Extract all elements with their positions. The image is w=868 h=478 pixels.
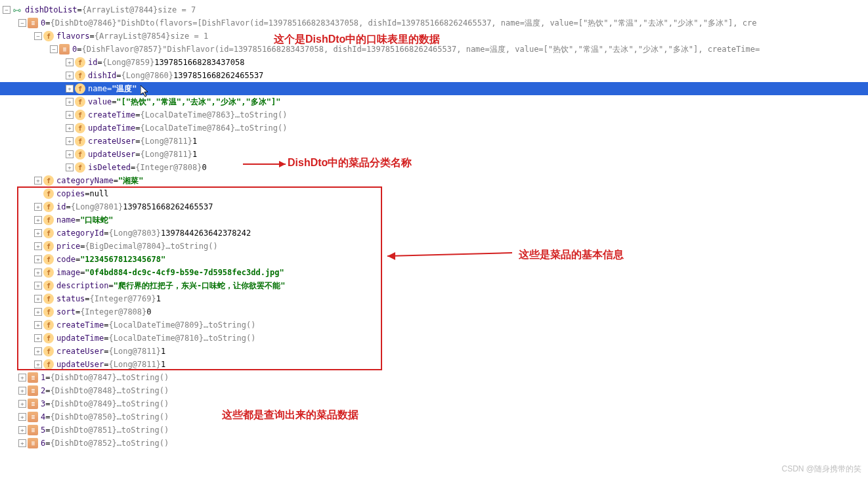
expand-toggle[interactable]: + <box>34 347 42 355</box>
tree-row[interactable]: + f updateTime = {LocalDateTime@7810} … … <box>0 332 868 345</box>
list-item-icon: ≡ <box>28 18 38 28</box>
field-icon: f <box>43 188 54 199</box>
tree-row[interactable]: + f categoryId = {Long@7803} 13978442636… <box>0 227 868 240</box>
field-icon: f <box>43 175 54 186</box>
tree-row[interactable]: + f updateTime = {LocalDateTime@7864} … … <box>0 121 868 135</box>
annotation-dish-data: 这些都是查询出来的菜品数据 <box>222 408 358 422</box>
field-icon: f <box>43 333 54 343</box>
expand-toggle[interactable]: + <box>34 321 42 329</box>
list-item-icon: ≡ <box>28 425 38 435</box>
tree-row[interactable]: + f description = "爬行界的扛把子，东兴-口味蛇，让你欲罢不能… <box>0 279 868 292</box>
collapse-toggle[interactable]: − <box>3 6 11 14</box>
tree-row[interactable]: + f status = {Integer@7769} 1 <box>0 292 868 305</box>
expand-toggle[interactable]: + <box>18 374 26 381</box>
tree-row[interactable]: + ≡ 5 = {DishDto@7851} … toString() <box>0 424 868 437</box>
tree-row[interactable]: + f value = "["热饮","常温","去冰","少冰","多冰"]" <box>0 95 868 108</box>
expand-toggle[interactable]: + <box>66 163 74 171</box>
tree-row[interactable]: + ≡ 3 = {DishDto@7849} … toString() <box>0 397 868 410</box>
collapse-toggle[interactable]: − <box>50 45 58 53</box>
field-icon: f <box>43 280 54 291</box>
field-icon: f <box>75 162 85 173</box>
expand-toggle[interactable]: + <box>18 387 26 395</box>
tree-row[interactable]: + f id = {Long@7859} 1397851668283437058 <box>0 56 868 69</box>
tree-row[interactable]: + f createTime = {LocalDateTime@7863} … … <box>0 108 868 121</box>
expand-toggle[interactable]: + <box>34 216 42 224</box>
field-icon: f <box>43 346 54 357</box>
tree-row[interactable]: + f isDeleted = {Integer@7808} 0 <box>0 161 868 174</box>
expand-toggle[interactable]: + <box>66 150 74 158</box>
list-item-icon: ≡ <box>59 44 70 54</box>
expand-toggle[interactable]: + <box>66 124 74 132</box>
expand-toggle[interactable]: + <box>66 72 74 79</box>
field-icon: f <box>75 83 85 94</box>
annotation-flavor: 这个是DishDto中的口味表里的数据 <box>274 33 440 47</box>
annotation-category: DishDto中的菜品分类名称 <box>288 156 412 170</box>
field-icon: f <box>43 320 54 330</box>
field-icon: f <box>43 215 54 225</box>
tree-row[interactable]: + f createUser = {Long@7811} 1 <box>0 135 868 148</box>
expand-toggle[interactable]: + <box>18 413 26 421</box>
expand-toggle[interactable]: + <box>66 85 74 93</box>
tree-row[interactable]: − dishDtoList = {ArrayList@7844} size = … <box>0 3 868 16</box>
tree-row[interactable]: + f sort = {Integer@7808} 0 <box>0 305 868 318</box>
field-icon: f <box>43 241 54 251</box>
field-icon: f <box>75 149 85 160</box>
expand-toggle[interactable]: + <box>34 229 42 237</box>
expand-toggle[interactable]: + <box>66 111 74 119</box>
expand-toggle[interactable]: + <box>34 177 42 185</box>
tree-row[interactable]: + ≡ 6 = {DishDto@7852} … toString() <box>0 437 868 450</box>
field-icon: f <box>43 31 54 41</box>
tree-row[interactable]: − ≡ 0 = {DishDto@7846} "DishDto(flavors=… <box>0 16 868 30</box>
tree-row[interactable]: + ≡ 2 = {DishDto@7848} … toString() <box>0 384 868 397</box>
tree-row[interactable]: + f updateUser = {Long@7811} 1 <box>0 358 868 371</box>
field-icon: f <box>75 110 85 120</box>
tree-row[interactable]: + f updateUser = {Long@7811} 1 <box>0 148 868 161</box>
tree-row[interactable]: + f id = {Long@7801} 1397851668262465537 <box>0 200 868 213</box>
field-icon: f <box>43 254 54 265</box>
var-name: dishDtoList <box>25 5 77 14</box>
field-icon: f <box>75 57 85 68</box>
expand-toggle[interactable]: + <box>34 269 42 276</box>
field-icon: f <box>43 293 54 304</box>
expand-toggle[interactable]: + <box>18 400 26 408</box>
field-icon: f <box>43 202 54 212</box>
glasses-icon <box>12 5 22 15</box>
expand-toggle[interactable]: + <box>34 255 42 263</box>
field-icon: f <box>43 307 54 317</box>
expand-toggle[interactable]: + <box>34 282 42 290</box>
list-item-icon: ≡ <box>28 385 38 396</box>
tree-row[interactable]: + f createUser = {Long@7811} 1 <box>0 345 868 358</box>
annotation-basic-info: 这些是菜品的基本信息 <box>519 248 624 262</box>
expand-toggle[interactable]: + <box>66 137 74 145</box>
expand-toggle[interactable]: + <box>66 98 74 106</box>
tree-row[interactable]: + f categoryName = "湘菜" <box>0 174 868 187</box>
tree-row[interactable]: + f code = "1234567812345678" <box>0 253 868 266</box>
expand-toggle[interactable]: + <box>18 439 26 447</box>
expand-toggle[interactable]: + <box>66 58 74 66</box>
collapse-toggle[interactable]: − <box>18 19 26 27</box>
field-icon: f <box>43 359 54 370</box>
expand-toggle[interactable]: + <box>34 334 42 342</box>
tree-row-selected[interactable]: + f name = "温度" <box>0 82 868 95</box>
tree-row[interactable]: + f dishId = {Long@7860} 139785166826246… <box>0 69 868 82</box>
collapse-toggle[interactable]: − <box>34 32 42 40</box>
expand-toggle[interactable]: + <box>18 426 26 434</box>
expand-toggle[interactable]: + <box>34 308 42 316</box>
expand-toggle[interactable]: + <box>34 242 42 250</box>
watermark: CSDN @随身携带的笑 <box>781 464 861 475</box>
tree-row[interactable]: + f price = {BigDecimal@7804} … toString… <box>0 240 868 253</box>
tree-row[interactable]: f copies = null <box>0 187 868 200</box>
tree-row[interactable]: + f name = "口味蛇" <box>0 213 868 227</box>
tree-row[interactable]: + f createTime = {LocalDateTime@7809} … … <box>0 318 868 332</box>
tree-row[interactable]: + ≡ 4 = {DishDto@7850} … toString() <box>0 410 868 424</box>
list-item-icon: ≡ <box>28 399 38 409</box>
debug-variables-tree: − dishDtoList = {ArrayList@7844} size = … <box>0 0 868 450</box>
expand-toggle[interactable]: + <box>34 360 42 368</box>
expand-toggle[interactable]: + <box>34 203 42 211</box>
field-icon: f <box>43 228 54 238</box>
tree-row[interactable]: + f image = "0f4bd884-dc9c-4cf9-b59e-7d5… <box>0 266 868 279</box>
list-item-icon: ≡ <box>28 372 38 383</box>
tree-row[interactable]: + ≡ 1 = {DishDto@7847} … toString() <box>0 371 868 384</box>
expand-toggle[interactable]: + <box>34 295 42 303</box>
field-icon: f <box>75 123 85 133</box>
